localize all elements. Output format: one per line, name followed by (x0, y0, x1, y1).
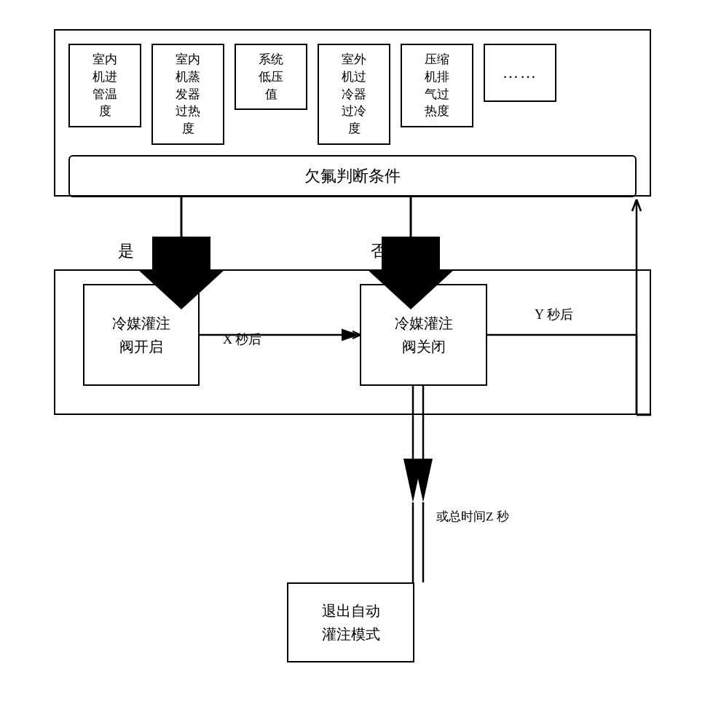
exit-box: 退出自动 灌注模式 (287, 582, 414, 662)
yes-label: 是 (118, 242, 134, 260)
exit-label: 退出自动 灌注模式 (322, 599, 380, 646)
sensor-low-pressure: 系统低压值 (235, 44, 307, 110)
sensor-boxes: 室内机进管温度 室内机蒸发器过热度 系统低压值 室外机过冷器过冷度 压缩机排气过… (68, 44, 637, 145)
sensor-dots: …… (484, 44, 556, 102)
z-seconds-label: 或总时间Z 秒 (436, 508, 509, 525)
svg-marker-19 (414, 459, 433, 502)
svg-line-11 (632, 199, 637, 211)
condition-box: 欠氟判断条件 (68, 155, 637, 197)
svg-marker-18 (403, 459, 422, 502)
sensor-outdoor-condenser: 室外机过冷器过冷度 (318, 44, 390, 145)
sensor-compressor-exhaust: 压缩机排气过热度 (401, 44, 473, 127)
sensor-indoor-evap: 室内机蒸发器过热度 (151, 44, 224, 145)
no-label: 否 (371, 242, 387, 260)
process-band (54, 269, 651, 415)
sensor-indoor-pipe-temp: 室内机进管温度 (68, 44, 141, 127)
top-section: 室内机进管温度 室内机蒸发器过热度 系统低压值 室外机过冷器过冷度 压缩机排气过… (54, 29, 651, 197)
y-seconds-label: Y 秒后 (535, 306, 573, 323)
x-seconds-label: X 秒后 (223, 331, 262, 348)
svg-line-12 (637, 199, 641, 211)
